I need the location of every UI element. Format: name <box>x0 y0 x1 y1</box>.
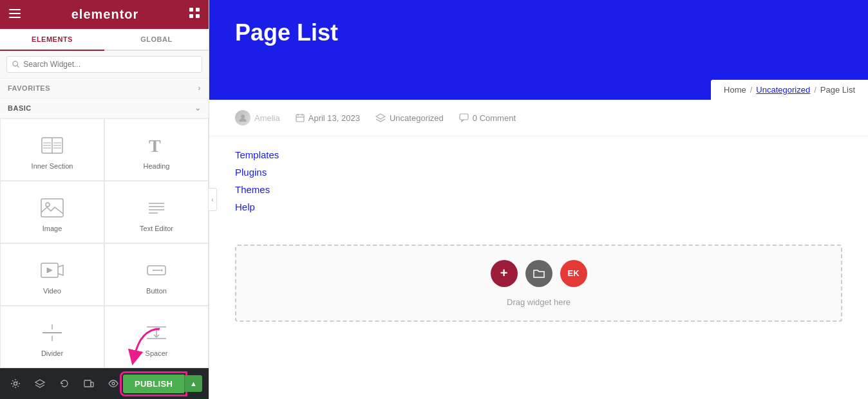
widget-heading[interactable]: T Heading <box>104 118 209 181</box>
widget-heading-label: Heading <box>144 162 170 170</box>
widget-button-label: Button <box>146 287 167 295</box>
basic-label: BASIC <box>8 104 32 112</box>
breadcrumb-sep-1: / <box>750 85 753 95</box>
meta-comments: 0 Comment <box>459 113 516 123</box>
svg-point-28 <box>161 269 163 271</box>
layers-icon[interactable] <box>31 375 49 393</box>
widget-inner-section[interactable]: Inner Section <box>0 118 104 181</box>
svg-rect-5 <box>189 14 193 18</box>
drop-zone: + EK Drag widget here <box>235 245 842 322</box>
link-help[interactable]: Help <box>235 201 842 212</box>
author-avatar <box>235 110 250 125</box>
meta-date: April 13, 2023 <box>296 113 360 123</box>
main-content: Page List Home / Uncategorized / Page Li… <box>209 0 868 399</box>
sidebar-tabs: ELEMENTS GLOBAL <box>0 29 209 51</box>
svg-rect-3 <box>189 8 193 12</box>
drop-zone-buttons: + EK <box>491 260 587 287</box>
svg-rect-1 <box>9 13 21 14</box>
svg-rect-4 <box>196 8 200 12</box>
search-input[interactable] <box>23 60 196 69</box>
svg-point-41 <box>241 115 245 118</box>
search-box <box>0 51 209 79</box>
publish-button[interactable]: PUBLISH <box>123 375 184 393</box>
elementor-logo: elementor <box>71 7 139 22</box>
image-icon <box>41 196 64 219</box>
widget-video[interactable]: Video <box>0 243 104 306</box>
widget-spacer[interactable]: Spacer <box>104 306 209 368</box>
inner-section-icon <box>41 134 64 157</box>
widget-image[interactable]: Image <box>0 181 104 243</box>
divider-icon <box>41 321 64 344</box>
svg-line-8 <box>17 66 19 67</box>
basic-chevron-icon[interactable]: ⌄ <box>194 104 202 113</box>
widget-video-label: Video <box>43 287 61 295</box>
widget-inner-section-label: Inner Section <box>32 162 73 170</box>
publish-dropdown-button[interactable]: ▲ <box>184 375 202 392</box>
responsive-icon[interactable] <box>80 375 98 393</box>
svg-rect-38 <box>91 382 93 387</box>
button-icon <box>145 259 168 282</box>
text-editor-icon <box>145 196 168 219</box>
collapse-handle[interactable]: ‹ <box>208 188 217 211</box>
history-icon[interactable] <box>55 375 73 393</box>
toolbar-icons <box>6 375 122 393</box>
breadcrumb-home[interactable]: Home <box>724 85 746 95</box>
meta-author: Amelia <box>235 110 280 125</box>
svg-rect-42 <box>296 115 304 122</box>
video-icon <box>41 259 64 282</box>
link-templates[interactable]: Templates <box>235 149 842 160</box>
link-plugins[interactable]: Plugins <box>235 167 842 178</box>
link-themes[interactable]: Themes <box>235 184 842 195</box>
tab-global[interactable]: GLOBAL <box>104 29 209 50</box>
comment-icon <box>459 113 469 122</box>
page-title: Page List <box>235 19 842 46</box>
svg-point-19 <box>46 203 50 207</box>
widget-text-editor-label: Text Editor <box>140 225 173 232</box>
widget-divider[interactable]: Divider <box>0 306 104 368</box>
widgets-grid: Inner Section T Heading Image <box>0 118 209 368</box>
svg-rect-2 <box>9 17 21 18</box>
calendar-icon <box>296 113 305 122</box>
svg-rect-18 <box>41 199 63 217</box>
breadcrumb-current: Page List <box>820 85 855 95</box>
favorites-chevron-icon[interactable]: › <box>198 84 202 93</box>
widget-button[interactable]: Button <box>104 243 209 306</box>
search-icon <box>12 60 19 68</box>
spacer-icon <box>145 321 168 344</box>
widget-text-editor[interactable]: Text Editor <box>104 181 209 243</box>
favorites-section: FAVORITES › <box>0 79 209 98</box>
breadcrumb: Home / Uncategorized / Page List <box>711 80 868 100</box>
svg-rect-0 <box>9 9 21 10</box>
layers-meta-icon <box>375 113 386 122</box>
page-links: Templates Plugins Themes Help <box>209 136 868 232</box>
favorites-label: FAVORITES <box>8 84 50 92</box>
settings-icon[interactable] <box>6 375 24 393</box>
tab-elements[interactable]: ELEMENTS <box>0 29 104 51</box>
search-wrap <box>6 56 202 73</box>
svg-point-7 <box>13 61 18 66</box>
svg-point-39 <box>112 382 115 385</box>
add-widget-button[interactable]: + <box>491 260 518 287</box>
svg-rect-37 <box>84 380 91 387</box>
svg-rect-6 <box>196 14 200 18</box>
eye-icon[interactable] <box>104 375 122 393</box>
breadcrumb-uncategorized[interactable]: Uncategorized <box>756 85 810 95</box>
breadcrumb-sep-2: / <box>814 85 816 95</box>
svg-point-35 <box>14 382 17 385</box>
meta-date-text: April 13, 2023 <box>308 113 360 123</box>
grid-icon[interactable] <box>189 8 200 21</box>
ek-button[interactable]: EK <box>560 260 587 287</box>
heading-icon: T <box>145 134 168 157</box>
page-meta: Amelia April 13, 2023 Uncategorized 0 <box>209 100 868 136</box>
page-hero: Page List Home / Uncategorized / Page Li… <box>209 0 868 100</box>
folder-button[interactable] <box>525 260 552 287</box>
svg-marker-36 <box>35 380 44 385</box>
svg-rect-47 <box>460 114 468 120</box>
widget-spacer-label: Spacer <box>146 349 168 357</box>
hamburger-icon[interactable] <box>9 8 21 21</box>
basic-section-header: BASIC ⌄ <box>0 98 209 118</box>
widget-divider-label: Divider <box>41 349 63 357</box>
svg-text:T: T <box>149 136 161 156</box>
sidebar: elementor ELEMENTS GLOBAL FAVORITES › <box>0 0 209 399</box>
bottom-toolbar: PUBLISH ▲ <box>0 368 209 399</box>
